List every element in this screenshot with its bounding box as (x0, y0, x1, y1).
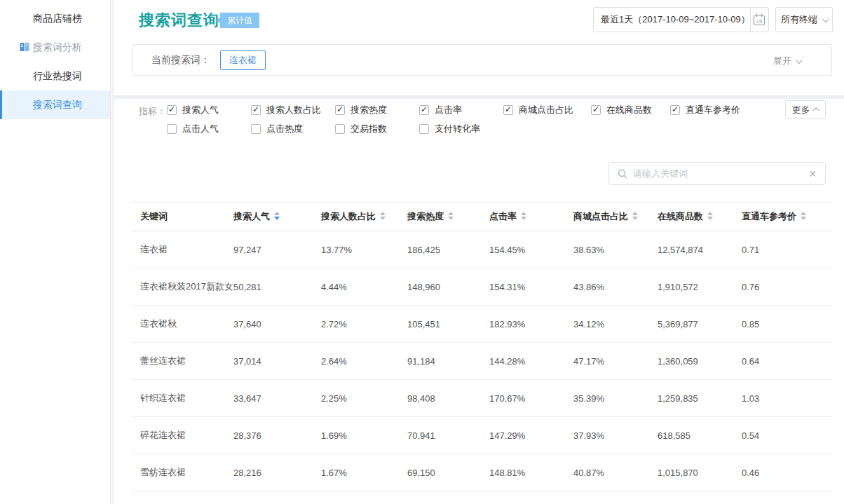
checkbox-icon (251, 105, 261, 115)
metric-checkbox[interactable]: 点击人气 (167, 123, 251, 135)
sort-icon[interactable] (632, 212, 638, 220)
sidebar-item-industry-hot-words[interactable]: 行业热搜词 (0, 62, 110, 90)
value-cell: 2.64% (321, 343, 407, 380)
value-cell: 37.93% (573, 417, 658, 454)
checkbox-icon (335, 124, 345, 134)
table-header-row: 关键词 搜索人气 搜索人数占比 搜索热度 点击率 商城点击占比 在线商品数 直通… (132, 203, 833, 231)
value-cell: 97,247 (233, 231, 321, 268)
analysis-book-icon (19, 41, 30, 53)
value-cell: 47.17% (573, 343, 658, 380)
search-words-table: 关键词 搜索人气 搜索人数占比 搜索热度 点击率 商城点击占比 在线商品数 直通… (132, 202, 833, 491)
value-cell: 69,150 (407, 454, 489, 491)
sidebar-item-product-shop-rank[interactable]: 商品店铺榜 (0, 4, 110, 33)
table-row: 连衣裙 97,247 13.77% 186,425 154.45% 38.63%… (132, 231, 833, 268)
value-cell: 0.71 (742, 231, 833, 268)
sidebar-item-search-word-analysis[interactable]: 搜索词分析 (0, 33, 110, 62)
metrics-label: 指标： (139, 105, 166, 118)
value-cell: 154.45% (489, 231, 573, 268)
chevron-down-icon (822, 15, 829, 22)
checkbox-icon (167, 124, 177, 134)
expand-label: 展开 (773, 55, 791, 67)
sidebar: 商品店铺榜 搜索词分析 行业热搜词 搜索词查询 (0, 0, 111, 504)
value-cell: 33,647 (233, 380, 321, 417)
more-button[interactable]: 更多 (785, 100, 826, 119)
keyword-link[interactable]: 碎花连衣裙 (132, 417, 233, 454)
keyword-link[interactable]: 连衣裙秋装2017新款女 (132, 268, 233, 306)
sidebar-content-divider (111, 0, 114, 504)
more-label: 更多 (792, 104, 810, 116)
cumulative-value-badge: 累计值 (220, 13, 259, 28)
value-cell: 34.12% (573, 306, 658, 343)
current-search-label: 当前搜索词： (151, 54, 210, 67)
clear-search-icon[interactable]: ✕ (808, 169, 817, 179)
metric-checkbox[interactable]: 在线商品数 (591, 104, 670, 116)
sort-icon[interactable] (448, 212, 454, 220)
keyword-search-box: ✕ (608, 162, 826, 185)
value-cell: 1,910,572 (658, 268, 742, 306)
sidebar-item-label: 搜索词查询 (33, 99, 82, 110)
column-header-ztc-ref-price[interactable]: 直通车参考价 (742, 203, 833, 231)
keyword-link[interactable]: 雪纺连衣裙 (132, 454, 233, 491)
page-title: 搜索词查询 (139, 10, 219, 31)
column-header-searcher-share[interactable]: 搜索人数占比 (321, 203, 407, 231)
value-cell: 618,585 (658, 417, 742, 454)
value-cell: 35.39% (573, 380, 658, 417)
sort-icon[interactable] (380, 212, 386, 220)
sort-icon[interactable] (801, 212, 806, 220)
value-cell: 0.76 (742, 268, 833, 306)
column-header-ctr[interactable]: 点击率 (489, 203, 573, 231)
calendar-button[interactable]: 15 (750, 8, 768, 32)
value-cell: 1.69% (321, 417, 407, 454)
metric-checkbox[interactable]: 搜索人气 (167, 104, 251, 116)
column-header-online-products[interactable]: 在线商品数 (658, 203, 742, 231)
table-row: 蕾丝连衣裙 37,014 2.64% 91,184 144.28% 47.17%… (132, 343, 833, 380)
value-cell: 91,184 (407, 343, 489, 380)
checkbox-icon (335, 105, 345, 115)
column-header-mall-click-share[interactable]: 商城点击占比 (573, 203, 658, 231)
sidebar-item-search-word-query[interactable]: 搜索词查询 (0, 90, 110, 119)
metric-checkbox[interactable]: 搜索热度 (335, 104, 419, 116)
sort-icon[interactable] (274, 212, 280, 220)
keyword-link[interactable]: 针织连衣裙 (132, 380, 233, 417)
date-range-text: 最近1天（2017-10-09~2017-10-09） (594, 13, 750, 26)
table-row: 针织连衣裙 33,647 2.25% 98,408 170.67% 35.39%… (132, 380, 833, 417)
metric-checkbox[interactable]: 点击热度 (251, 123, 335, 135)
keyword-link[interactable]: 蕾丝连衣裙 (132, 343, 233, 380)
column-header-search-popularity[interactable]: 搜索人气 (233, 203, 321, 231)
metric-checkbox[interactable]: 交易指数 (335, 123, 419, 135)
sort-icon[interactable] (707, 212, 713, 220)
checkbox-icon (670, 105, 680, 115)
expand-toggle[interactable]: 展开 (773, 55, 801, 67)
value-cell: 40.87% (573, 454, 658, 491)
sort-icon[interactable] (521, 212, 526, 220)
terminal-select-value: 所有终端 (781, 13, 817, 26)
value-cell: 0.85 (742, 306, 833, 343)
value-cell: 1,015,870 (658, 454, 742, 491)
value-cell: 154.31% (489, 268, 573, 306)
keyword-link[interactable]: 连衣裙秋 (132, 306, 233, 343)
value-cell: 1.03 (742, 380, 833, 417)
metrics-row-2: 点击人气 点击热度 交易指数 支付转化率 (167, 123, 503, 135)
table-row: 碎花连衣裙 28,376 1.69% 70,941 147.29% 37.93%… (132, 417, 833, 454)
checkbox-icon (251, 124, 261, 134)
value-cell: 38.63% (573, 231, 658, 268)
column-header-search-heat[interactable]: 搜索热度 (407, 203, 489, 231)
value-cell: 2.72% (321, 306, 407, 343)
value-cell: 4.44% (321, 268, 407, 306)
metric-checkbox[interactable]: 商城点击占比 (503, 104, 591, 116)
keyword-search-input[interactable] (633, 168, 808, 179)
metric-checkbox[interactable]: 直通车参考价 (670, 104, 740, 116)
value-cell: 28,376 (233, 417, 321, 454)
sidebar-item-label: 商品店铺榜 (33, 13, 82, 24)
metric-checkbox[interactable]: 搜索人数占比 (251, 104, 335, 116)
search-icon (618, 169, 627, 179)
checkbox-icon (591, 105, 601, 115)
checkbox-icon (167, 105, 177, 115)
metric-checkbox[interactable]: 点击率 (419, 104, 503, 116)
current-search-term-tag[interactable]: 连衣裙 (220, 50, 266, 70)
value-cell: 12,574,874 (658, 231, 742, 268)
value-cell: 37,640 (233, 306, 321, 343)
date-range-picker[interactable]: 最近1天（2017-10-09~2017-10-09） 15 (593, 7, 769, 32)
metric-checkbox[interactable]: 支付转化率 (419, 123, 503, 135)
terminal-select[interactable]: 所有终端 (775, 7, 833, 32)
